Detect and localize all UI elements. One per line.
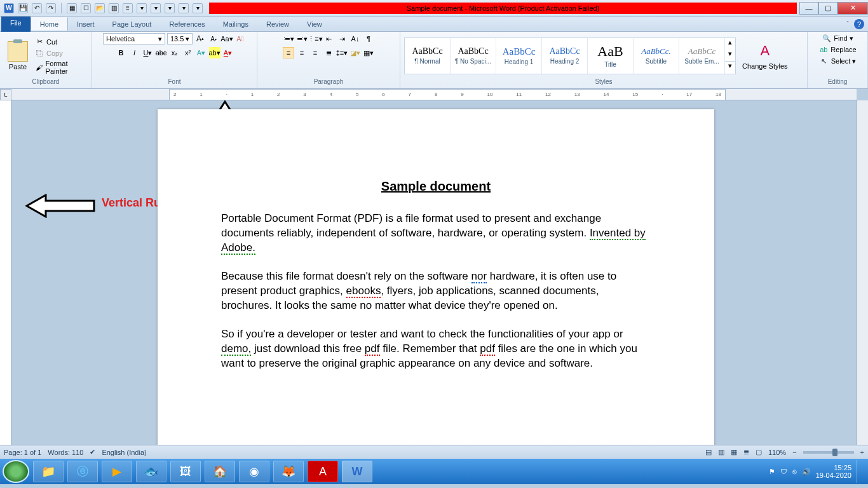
style-subtleem[interactable]: AaBbCcSubtle Em... [679,38,725,74]
tab-selector-icon[interactable]: L [0,89,11,100]
underline-button[interactable]: U▾ [142,47,154,58]
tray-security-icon[interactable]: 🛡 [780,468,787,475]
zoom-slider[interactable] [803,451,854,454]
view-print-layout-icon[interactable]: ▤ [705,448,712,456]
text-effects-button[interactable]: A▾ [196,47,207,58]
align-center-button[interactable]: ≡ [296,47,308,58]
highlight-button[interactable]: ab▾ [209,47,220,58]
taskbar-adobe-icon[interactable]: A [308,461,338,482]
style-title[interactable]: AaBTitle [588,38,634,74]
taskbar-chrome-icon[interactable]: ◉ [239,461,269,482]
line-spacing-button[interactable]: ‡≡▾ [336,47,348,58]
subscript-button[interactable]: x₂ [169,47,180,58]
decrease-indent-button[interactable]: ⇤ [323,33,334,44]
taskbar-ie-icon[interactable]: ⓔ [67,461,98,482]
bullets-button[interactable]: ≔▾ [283,33,294,44]
qat-table-icon[interactable]: ▥ [109,3,119,13]
borders-button[interactable]: ▦▾ [363,47,374,58]
numbering-button[interactable]: ≕▾ [296,33,308,44]
align-right-button[interactable]: ≡ [309,47,321,58]
styles-gallery[interactable]: AaBbCc¶ Normal AaBbCc¶ No Spaci... AaBbC… [404,37,736,74]
qat-new-icon[interactable]: ☐ [81,3,91,13]
style-heading2[interactable]: AaBbCcHeading 2 [542,38,588,74]
multilevel-button[interactable]: ⋮≡▾ [309,33,321,44]
page[interactable]: Sample document Portable Document Format… [158,109,714,445]
select-button[interactable]: ↖Select▾ [819,56,857,66]
proofing-icon[interactable]: ✔ [90,448,95,456]
change-styles-button[interactable]: A Change Styles [738,39,792,71]
cut-button[interactable]: ✂Cut [34,37,88,47]
horizontal-ruler[interactable]: 21·123456789101112131415·1718 [11,89,857,100]
tab-home[interactable]: Home [31,17,68,30]
replace-button[interactable]: abReplace [818,44,856,55]
italic-button[interactable]: I [129,47,140,58]
grow-font-button[interactable]: A▴ [194,33,206,44]
redo-icon[interactable]: ↷ [46,3,56,13]
strikethrough-button[interactable]: abc [156,47,167,58]
align-left-button[interactable]: ≡ [283,47,294,58]
taskbar-app1-icon[interactable]: 🐟 [136,461,166,482]
view-draft-icon[interactable]: ▢ [756,448,762,456]
taskbar-app2-icon[interactable]: 🖼 [170,461,201,482]
vertical-ruler[interactable] [0,100,11,445]
qat-more4-icon[interactable]: ▾ [179,3,189,13]
style-nospacing[interactable]: AaBbCc¶ No Spaci... [451,38,496,74]
start-button[interactable] [3,460,29,483]
help-icon[interactable]: ? [854,19,864,29]
qat-more2-icon[interactable]: ▾ [151,3,161,13]
view-web-icon[interactable]: ▦ [731,448,737,456]
show-desktop-button[interactable] [857,460,862,483]
paste-button[interactable]: Paste [4,40,32,72]
font-color-button[interactable]: A▾ [222,47,234,58]
tab-pagelayout[interactable]: Page Layout [104,18,161,30]
horizontal-ruler-active[interactable]: 21·123456789101112131415·1718 [169,89,726,100]
qat-customize-icon[interactable]: ▾ [193,3,203,13]
minimize-ribbon-icon[interactable]: ˆ [846,20,849,28]
styles-scroll[interactable]: ▴▾▾ [725,38,735,74]
justify-button[interactable]: ≣ [323,47,334,58]
qat-para-icon[interactable]: ≡ [123,3,133,13]
tab-file[interactable]: File [1,17,31,32]
vertical-scrollbar[interactable] [857,100,868,445]
bold-button[interactable]: B [116,47,127,58]
taskbar-firefox-icon[interactable]: 🦊 [273,461,304,482]
save-icon[interactable]: 💾 [18,3,28,13]
status-words[interactable]: Words: 110 [48,449,83,456]
tab-view[interactable]: View [298,18,331,30]
tray-clock[interactable]: 15:25 19-04-2020 [816,464,851,479]
close-button[interactable]: ✕ [837,2,868,15]
style-normal[interactable]: AaBbCc¶ Normal [405,38,451,74]
superscript-button[interactable]: x² [182,47,194,58]
font-name-combo[interactable]: Helvetica▾ [103,33,165,44]
shading-button[interactable]: ◪▾ [349,47,361,58]
zoom-in-button[interactable]: + [860,449,864,456]
tab-mailings[interactable]: Mailings [214,18,257,30]
change-case-button[interactable]: Aa▾ [221,33,233,44]
find-button[interactable]: 🔍Find▾ [822,33,853,43]
taskbar-word-icon[interactable]: W [342,461,372,482]
taskbar-explorer-icon[interactable]: 📁 [33,461,64,482]
increase-indent-button[interactable]: ⇥ [336,33,348,44]
show-marks-button[interactable]: ¶ [363,33,374,44]
taskbar-wmp-icon[interactable]: ▶ [102,461,132,482]
minimize-button[interactable]: — [799,2,818,15]
font-size-combo[interactable]: 13.5▾ [167,33,193,44]
taskbar-hp-icon[interactable]: 🏠 [205,461,235,482]
view-fullscreen-icon[interactable]: ▥ [718,448,724,456]
status-zoom[interactable]: 110% [768,449,786,456]
tab-insert[interactable]: Insert [68,18,104,30]
style-subtitle[interactable]: AaBbCc.Subtitle [634,38,679,74]
maximize-button[interactable]: ▢ [818,2,837,15]
tray-network-icon[interactable]: ⎋ [792,468,797,475]
status-page[interactable]: Page: 1 of 1 [4,449,41,456]
tray-volume-icon[interactable]: 🔊 [802,468,811,476]
qat-gridlines-icon[interactable]: ▦ [67,3,77,13]
shrink-font-button[interactable]: A▾ [208,33,219,44]
undo-icon[interactable]: ↶ [32,3,42,13]
format-painter-button[interactable]: 🖌Format Painter [34,60,88,75]
status-language[interactable]: English (India) [102,449,146,456]
qat-more3-icon[interactable]: ▾ [165,3,175,13]
style-heading1[interactable]: AaBbCcHeading 1 [496,38,542,74]
tab-references[interactable]: References [160,18,214,30]
zoom-out-button[interactable]: − [792,449,796,456]
